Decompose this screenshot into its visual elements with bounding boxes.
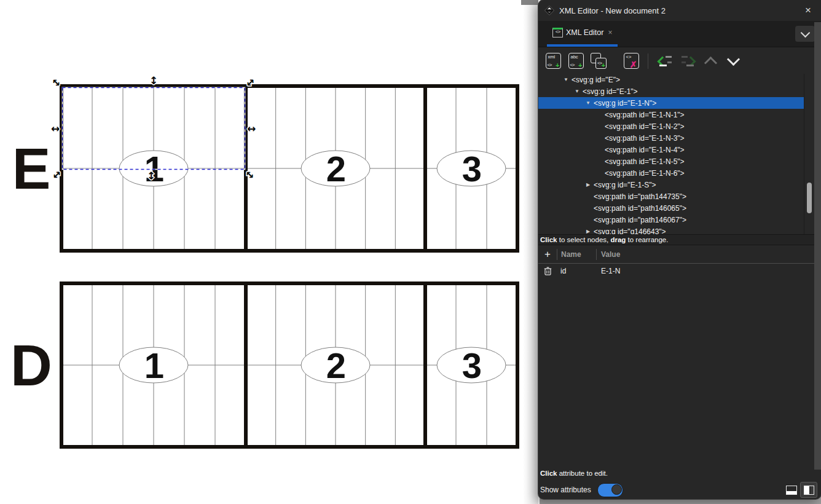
tree-row[interactable]: <svg:path id="E-1-N-4"> bbox=[538, 144, 804, 156]
tree-row[interactable]: ▼<svg:g id="E"> bbox=[538, 74, 804, 85]
tree-row-label: <svg:path id="path146067"> bbox=[594, 216, 686, 224]
tab-close-icon[interactable]: × bbox=[608, 28, 612, 37]
expander-open-icon[interactable]: ▼ bbox=[573, 89, 581, 94]
layout-vertical-button[interactable] bbox=[800, 482, 817, 498]
trash-icon bbox=[544, 267, 552, 275]
panel-footer: Show attributes bbox=[540, 482, 817, 498]
duplicate-node-button[interactable]: <> + bbox=[590, 52, 607, 69]
panel-tabbar: <> XML Editor × bbox=[538, 21, 821, 47]
box-number: 2 bbox=[326, 149, 346, 189]
drawing-canvas[interactable]: 123E↕↕↔↔↔↔↔↔123D bbox=[0, 0, 538, 504]
box-number: 1 bbox=[144, 149, 164, 189]
attr-value-column-header: Value bbox=[597, 250, 620, 259]
tree-row-label: <svg:g id="g146643"> bbox=[594, 227, 666, 235]
tree-row[interactable]: ▼<svg:g id="E-1-N"> bbox=[538, 97, 804, 109]
new-element-node-button[interactable]: xml <> + bbox=[544, 52, 562, 69]
dialog-close-button[interactable]: × bbox=[801, 4, 815, 17]
attribute-row-id[interactable]: id E-1-N bbox=[538, 264, 814, 278]
panel-right-gutter bbox=[814, 22, 821, 470]
tree-row-label: <svg:path id="E-1-N-1"> bbox=[605, 111, 685, 119]
selection-handle-w-icon[interactable]: ↔ bbox=[51, 122, 60, 135]
xml-node-icon: <> bbox=[552, 28, 563, 37]
tree-row[interactable]: <svg:path id="E-1-N-5"> bbox=[538, 156, 804, 167]
toolbar-separator bbox=[648, 53, 648, 69]
xml-editor-dialog: XML Editor - New document 2 × <> XML Edi… bbox=[538, 0, 821, 499]
move-node-down-button[interactable] bbox=[725, 52, 742, 69]
tree-row-label: <svg:g id="E-1-N"> bbox=[594, 99, 656, 108]
tree-row-label: <svg:g id="E-1-S"> bbox=[594, 181, 656, 189]
tree-row[interactable]: ▶<svg:g id="g146643"> bbox=[538, 226, 804, 234]
unindent-node-button[interactable] bbox=[656, 52, 674, 69]
chevron-up-icon bbox=[704, 56, 717, 69]
box-number: 1 bbox=[144, 345, 164, 385]
tree-row[interactable]: <svg:path id="E-1-N-3"> bbox=[538, 132, 804, 144]
unindent-node-icon bbox=[658, 55, 672, 67]
expander-closed-icon[interactable]: ▶ bbox=[584, 182, 592, 187]
tree-row-label: <svg:path id="E-1-N-2"> bbox=[605, 122, 685, 131]
selection-handle-n-icon[interactable]: ↕ bbox=[149, 74, 158, 87]
xml-node-tree[interactable]: ▼<svg:g id="E">▼<svg:g id="E-1">▼<svg:g … bbox=[538, 74, 821, 234]
chevron-down-icon bbox=[800, 28, 810, 37]
dialog-title: XML Editor - New document 2 bbox=[559, 6, 801, 15]
inkscape-logo-icon bbox=[544, 6, 554, 15]
tree-row-label: <svg:g id="E-1"> bbox=[583, 87, 638, 96]
attr-name-column-header: Name bbox=[557, 250, 596, 259]
attribute-edit-hint: Click attribute to edit. bbox=[540, 470, 608, 477]
add-attribute-button[interactable]: + bbox=[538, 248, 557, 261]
box-number: 3 bbox=[462, 345, 482, 385]
layout-horizontal-button[interactable] bbox=[783, 482, 800, 498]
tab-xml-editor[interactable]: <> XML Editor × bbox=[547, 21, 618, 47]
tree-row[interactable]: ▶<svg:g id="E-1-S"> bbox=[538, 179, 804, 191]
tree-row-label: <svg:path id="E-1-N-4"> bbox=[605, 146, 685, 154]
tree-row[interactable]: ▼<svg:g id="E-1"> bbox=[538, 85, 804, 97]
tree-row-label: <svg:path id="E-1-N-6"> bbox=[605, 169, 685, 178]
horizontal-split-icon bbox=[786, 486, 797, 495]
tree-row[interactable]: <svg:path id="path146067"> bbox=[538, 214, 804, 226]
tree-hint-text: Click to select nodes, drag to rearrange… bbox=[538, 234, 814, 245]
panel-menu-button[interactable] bbox=[795, 26, 815, 42]
row-label: E bbox=[12, 136, 51, 201]
selection-handle-e-icon[interactable]: ↔ bbox=[247, 122, 256, 135]
duplicate-node-icon: <> + bbox=[591, 53, 607, 69]
xml-toolbar: xml <> + abc <> + <> + <> bbox=[538, 47, 821, 74]
expander-open-icon[interactable]: ▼ bbox=[584, 100, 592, 106]
chevron-down-icon bbox=[726, 53, 739, 66]
attr-name[interactable]: id bbox=[557, 267, 596, 275]
box-number: 3 bbox=[462, 149, 482, 189]
show-attributes-label: Show attributes bbox=[540, 486, 591, 494]
attributes-header: + Name Value bbox=[538, 246, 814, 264]
new-text-node-button[interactable]: abc <> + bbox=[567, 52, 584, 69]
tab-label: XML Editor bbox=[566, 28, 603, 37]
tree-row[interactable]: <svg:path id="path146065"> bbox=[538, 202, 804, 214]
indent-node-icon bbox=[681, 55, 695, 67]
delete-attribute-button[interactable] bbox=[538, 267, 557, 275]
vertical-split-icon bbox=[804, 486, 814, 495]
new-text-node-icon: abc <> + bbox=[568, 53, 584, 69]
tree-row-label: <svg:path id="E-1-N-5"> bbox=[605, 157, 685, 166]
canvas-edge-corner bbox=[521, 0, 538, 5]
new-element-node-icon: xml <> + bbox=[546, 53, 561, 69]
tree-scrollbar-thumb[interactable] bbox=[807, 183, 812, 213]
tree-row[interactable]: <svg:path id="path144735"> bbox=[538, 191, 804, 202]
tree-row[interactable]: <svg:path id="E-1-N-6"> bbox=[538, 167, 804, 179]
show-attributes-toggle[interactable] bbox=[597, 483, 623, 497]
delete-node-icon: <> ✗ bbox=[624, 53, 639, 69]
indent-node-button[interactable] bbox=[679, 52, 696, 69]
tree-row-label: <svg:path id="E-1-N-3"> bbox=[605, 134, 685, 143]
tree-scrollbar-track[interactable] bbox=[804, 74, 815, 234]
selection-handle-s-icon[interactable]: ↕ bbox=[147, 170, 155, 182]
tree-row-label: <svg:path id="path146065"> bbox=[594, 204, 686, 213]
attr-value[interactable]: E-1-N bbox=[596, 267, 620, 275]
canvas-edge-strip bbox=[524, 0, 538, 504]
expander-open-icon[interactable]: ▼ bbox=[562, 77, 570, 82]
tree-row[interactable]: <svg:path id="E-1-N-2"> bbox=[538, 120, 804, 132]
expander-closed-icon[interactable]: ▶ bbox=[584, 229, 592, 234]
tree-row[interactable]: <svg:path id="E-1-N-1"> bbox=[538, 109, 804, 120]
drawing-canvas-area[interactable]: 123E↕↕↔↔↔↔↔↔123D bbox=[0, 0, 538, 504]
tree-row-label: <svg:path id="path144735"> bbox=[594, 192, 686, 201]
move-node-up-button[interactable] bbox=[702, 52, 719, 69]
delete-node-button[interactable]: <> ✗ bbox=[623, 52, 640, 69]
dialog-titlebar[interactable]: XML Editor - New document 2 × bbox=[538, 0, 821, 21]
box-number: 2 bbox=[326, 345, 346, 385]
tree-row-label: <svg:g id="E"> bbox=[572, 76, 620, 84]
